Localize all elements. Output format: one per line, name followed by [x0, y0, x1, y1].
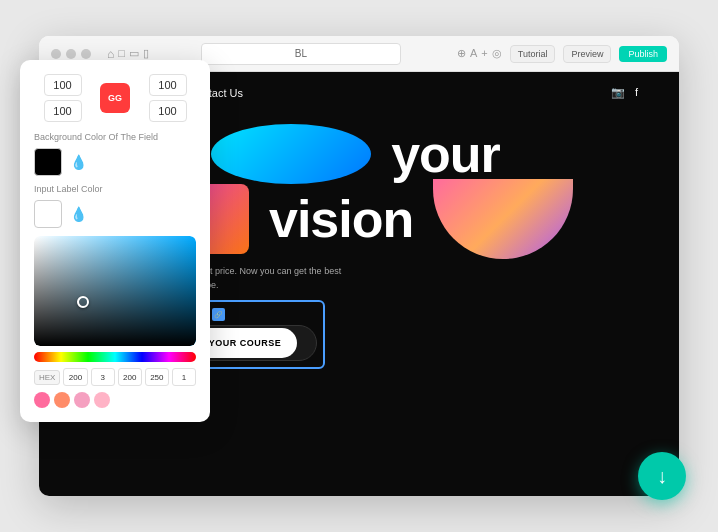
gradient-picker[interactable] [34, 236, 196, 346]
input-color-swatch[interactable] [34, 200, 62, 228]
bg-color-label: Background Color Of The Field [34, 132, 196, 142]
preset-blush[interactable] [94, 392, 110, 408]
facebook-icon[interactable]: f [635, 86, 649, 100]
preview-button[interactable]: Preview [563, 45, 611, 63]
bg-color-swatch[interactable] [34, 148, 62, 176]
color-a-input[interactable] [145, 368, 169, 386]
padding-center-btn[interactable]: GG [100, 83, 130, 113]
input-label-color-label: Input Label Color [34, 184, 196, 194]
browser-dots [51, 49, 91, 59]
toolbar-left-icons: ⌂ □ ▭ ▯ [107, 47, 149, 61]
text-icon: A [470, 47, 477, 60]
gradient-blob-warm [433, 179, 573, 259]
publish-button[interactable]: Publish [619, 46, 667, 62]
browser-dot-yellow [66, 49, 76, 59]
gradient-blob-cyan [211, 124, 371, 184]
padding-bottom[interactable] [44, 100, 82, 122]
color-b-input[interactable] [118, 368, 142, 386]
padding-controls: GG [34, 74, 196, 122]
download-arrow-icon: ↓ [657, 466, 667, 486]
eye-icon: ◎ [492, 47, 502, 60]
plus-icon: + [481, 47, 487, 60]
padding-top[interactable] [44, 74, 82, 96]
color-picker-panel: GG Background Color Of The Field 💧 Input… [20, 60, 210, 422]
color-g-input[interactable] [91, 368, 115, 386]
instagram-icon[interactable]: 📷 [611, 86, 625, 100]
hue-slider[interactable] [34, 352, 196, 362]
browser-dot-green [81, 49, 91, 59]
gradient-handle[interactable] [77, 296, 89, 308]
tool-link[interactable]: 🔗 [212, 308, 225, 321]
padding-left[interactable] [149, 100, 187, 122]
home-icon: ⌂ [107, 47, 114, 61]
input-color-row: 💧 [34, 200, 196, 228]
preset-light-pink[interactable] [74, 392, 90, 408]
hero-text-your: your [391, 128, 500, 180]
preset-salmon[interactable] [54, 392, 70, 408]
tutorial-button[interactable]: Tutorial [510, 45, 556, 63]
gradient-overlay [34, 236, 196, 346]
input-dropper-icon[interactable]: 💧 [70, 206, 87, 222]
outer-container: ⌂ □ ▭ ▯ BL ⊕ A + ◎ Tutorial Preview Publ… [0, 0, 718, 532]
color-mode-hex[interactable]: HEX [34, 370, 60, 385]
color-opacity-input[interactable] [172, 368, 196, 386]
monitor-icon: □ [118, 47, 125, 61]
address-text: BL [295, 48, 307, 59]
padding-right[interactable] [149, 74, 187, 96]
share-icon: ⊕ [457, 47, 466, 60]
browser-dot-red [51, 49, 61, 59]
mobile-icon: ▯ [143, 47, 149, 61]
nav-social: 📷 f [611, 86, 649, 100]
tablet-icon: ▭ [129, 47, 139, 61]
download-button[interactable]: ↓ [638, 452, 686, 500]
hero-text-vision: vision [269, 193, 413, 245]
browser-address-bar[interactable]: BL [201, 43, 401, 65]
color-inputs-row: HEX [34, 368, 196, 386]
bg-color-row: 💧 [34, 148, 196, 176]
bg-dropper-icon[interactable]: 💧 [70, 154, 87, 170]
toolbar-right-icons: ⊕ A + ◎ [457, 47, 502, 60]
preset-pink[interactable] [34, 392, 50, 408]
color-r-input[interactable] [63, 368, 87, 386]
color-swatches-row [34, 392, 196, 408]
